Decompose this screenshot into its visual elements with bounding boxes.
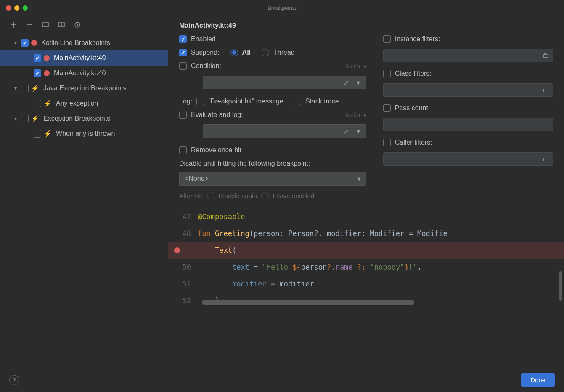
folder-icon[interactable]: 🗀	[543, 52, 549, 59]
condition-row: Condition: Kotlin ▸	[179, 62, 366, 70]
log-row: Log: "Breakpoint hit" message Stack trac…	[179, 98, 366, 105]
tree-item-any-exception[interactable]: ⚡ Any exception	[0, 96, 168, 111]
instance-filters-checkbox[interactable]	[383, 35, 391, 43]
folder-icon[interactable]: 🗀	[543, 155, 549, 163]
remove-once-checkbox[interactable]	[179, 146, 187, 154]
enabled-row: Enabled	[179, 35, 366, 43]
class-filters-checkbox[interactable]	[383, 70, 391, 77]
view-options-icon[interactable]	[73, 21, 82, 29]
breakpoint-dot-icon	[31, 40, 37, 46]
instance-filters-input[interactable]: 🗀	[383, 49, 553, 62]
svg-rect-1	[58, 23, 61, 27]
tree-item-when-any-thrown[interactable]: ⚡ When any is thrown	[0, 126, 168, 141]
class-filters-input[interactable]: 🗀	[383, 83, 553, 97]
add-breakpoint-button[interactable]	[9, 21, 18, 29]
titlebar: Breakpoints	[0, 0, 564, 16]
suspend-thread-label: Thread	[273, 49, 295, 56]
log-hit-label: "Breakpoint hit" message	[208, 98, 283, 105]
code-line: 50 text = "Hello ${person?.name ?: "nobo…	[168, 259, 564, 275]
close-icon[interactable]	[6, 5, 11, 11]
remove-breakpoint-button[interactable]	[25, 21, 34, 29]
pass-count-checkbox[interactable]	[383, 104, 391, 112]
folder-icon[interactable]: 🗀	[543, 86, 549, 94]
maximize-icon[interactable]	[23, 5, 28, 11]
after-leave-label: Leave enabled	[273, 192, 314, 199]
breakpoint-dot-icon[interactable]	[174, 247, 180, 253]
select-value: <None>	[185, 175, 209, 183]
suspend-all-radio[interactable]	[230, 49, 238, 56]
group-label: Exception Breakpoints	[43, 115, 110, 122]
eval-input[interactable]: ⤢ ▾	[203, 124, 366, 138]
chevron-down-icon[interactable]: ▾	[353, 126, 363, 136]
caller-filters-label: Caller filters:	[395, 139, 432, 146]
done-button[interactable]: Done	[521, 373, 555, 387]
suspend-thread-radio[interactable]	[262, 49, 269, 56]
chevron-down-icon[interactable]: ▾	[13, 40, 19, 46]
chevron-down-icon[interactable]: ▾	[13, 116, 19, 122]
pass-count-input[interactable]	[383, 118, 553, 131]
code-line: 48fun Greeting(person: Person?, modifier…	[168, 225, 564, 242]
eval-checkbox[interactable]	[179, 111, 187, 119]
horizontal-scrollbar[interactable]	[202, 300, 556, 305]
checkbox[interactable]	[34, 130, 41, 138]
checkbox[interactable]	[34, 69, 41, 77]
breakpoints-tree[interactable]: ▾ Kotlin Line Breakpoints MainActivity.k…	[0, 34, 168, 368]
window-title: Breakpoints	[267, 5, 297, 11]
caller-filters-input[interactable]: 🗀	[383, 152, 553, 166]
tree-group-exception[interactable]: ▾ ⚡ Exception Breakpoints	[0, 111, 168, 126]
checkbox[interactable]	[21, 85, 29, 92]
enabled-label: Enabled	[191, 35, 216, 43]
checkbox[interactable]	[21, 115, 29, 122]
remove-once-label: Remove once hit	[191, 146, 241, 154]
condition-input[interactable]: ⤢ ▾	[203, 76, 366, 89]
tree-group-kotlin-line[interactable]: ▾ Kotlin Line Breakpoints	[0, 35, 168, 50]
item-label: Any exception	[56, 100, 98, 107]
code-preview: 47@Composable48fun Greeting(person: Pers…	[168, 208, 564, 307]
tree-item-mainactivity-40[interactable]: MainActivity.kt:40	[0, 66, 168, 81]
condition-label: Condition:	[191, 62, 221, 70]
eval-lang-hint: Kotlin	[345, 111, 360, 118]
pass-count-label: Pass count:	[395, 104, 430, 112]
code-line: Text(	[168, 242, 564, 259]
expand-icon[interactable]: ⤢	[341, 126, 351, 136]
after-disable-radio	[207, 192, 214, 199]
help-button[interactable]: ?	[9, 375, 19, 385]
svg-rect-0	[42, 23, 48, 27]
suspend-checkbox[interactable]	[179, 49, 187, 56]
item-label: When any is thrown	[56, 130, 115, 138]
window-controls	[6, 5, 28, 11]
breakpoint-details-panel: MainActivity.kt:49 Enabled Suspend: All	[168, 16, 564, 368]
dialog-footer: ? Done	[0, 368, 564, 392]
group-by-package-icon[interactable]	[41, 21, 50, 29]
disable-until-select[interactable]: <None> ▾	[179, 172, 366, 186]
group-label: Kotlin Line Breakpoints	[41, 39, 110, 47]
lightning-icon: ⚡	[44, 130, 52, 138]
caller-filters-checkbox[interactable]	[383, 139, 391, 146]
tree-group-java-exception[interactable]: ▾ ⚡ Java Exception Breakpoints	[0, 81, 168, 96]
log-hit-checkbox[interactable]	[196, 98, 204, 105]
tree-toolbar	[0, 16, 168, 34]
suspend-label: Suspend:	[191, 49, 220, 56]
expand-icon[interactable]: ⤢	[341, 77, 351, 87]
breakpoint-dot-icon	[44, 55, 50, 61]
minimize-icon[interactable]	[14, 5, 19, 11]
suspend-all-label: All	[242, 49, 251, 56]
vertical-scrollbar[interactable]	[559, 271, 562, 301]
condition-checkbox[interactable]	[179, 62, 187, 70]
log-label: Log:	[179, 98, 192, 105]
svg-point-4	[77, 24, 78, 26]
chevron-down-icon[interactable]: ▾	[13, 85, 19, 91]
checkbox[interactable]	[21, 39, 29, 47]
lightning-icon: ⚡	[31, 115, 39, 122]
log-stack-checkbox[interactable]	[294, 98, 301, 105]
tree-item-mainactivity-49[interactable]: MainActivity.kt:49	[0, 50, 168, 66]
group-by-file-icon[interactable]	[57, 21, 66, 29]
disable-until-label: Disable until hitting the following brea…	[179, 160, 366, 167]
chevron-down-icon: ▾	[357, 175, 361, 183]
chevron-down-icon[interactable]: ▾	[353, 77, 363, 87]
enabled-checkbox[interactable]	[179, 35, 187, 43]
after-leave-radio	[261, 192, 269, 199]
svg-rect-2	[62, 23, 64, 27]
checkbox[interactable]	[34, 100, 41, 107]
checkbox[interactable]	[34, 54, 41, 62]
